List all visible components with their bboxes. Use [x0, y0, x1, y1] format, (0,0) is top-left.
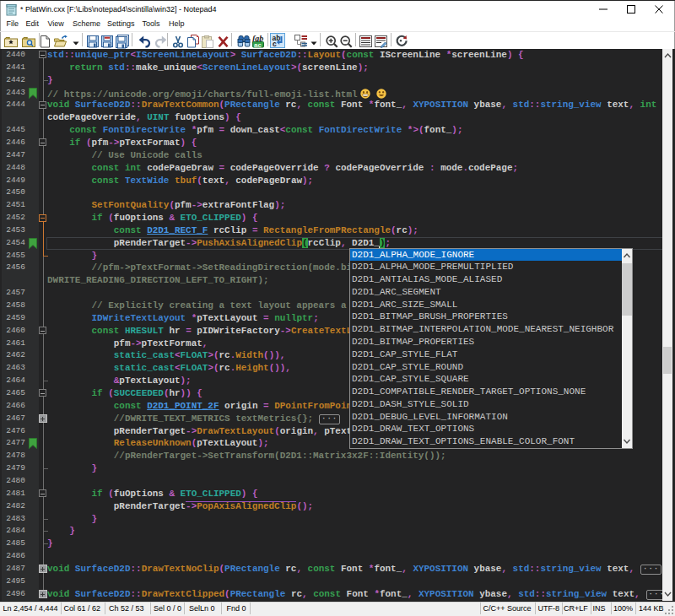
svg-text:ac: ac	[254, 41, 262, 49]
svg-text:c: c	[273, 40, 277, 48]
